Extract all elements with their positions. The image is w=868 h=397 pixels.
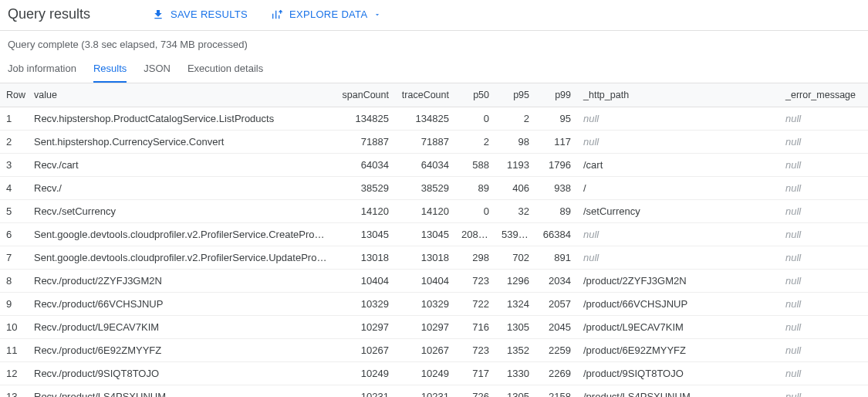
cell-row-number: 13: [0, 385, 28, 398]
table-row[interactable]: 2Sent.hipstershop.CurrencyService.Conver…: [0, 131, 868, 154]
null-value: null: [785, 113, 801, 124]
cell-tracecount: 71887: [395, 131, 455, 154]
save-results-button[interactable]: Save Results: [152, 8, 248, 21]
null-value: null: [785, 182, 801, 194]
table-row[interactable]: 7Sent.google.devtools.cloudprofiler.v2.P…: [0, 246, 868, 270]
null-value: null: [785, 344, 801, 356]
cell-p99: 891: [535, 246, 577, 270]
table-row[interactable]: 10Recv./product/L9ECAV7KIM10297102977161…: [0, 316, 868, 339]
col-p99[interactable]: p99: [535, 83, 577, 107]
cell-tracecount: 13018: [395, 246, 455, 270]
cell-value: Recv./product/9SIQT8TOJO: [28, 362, 333, 385]
cell-p50: 726: [455, 385, 495, 398]
cell-spancount: 10249: [333, 362, 395, 385]
tab-json[interactable]: JSON: [144, 55, 171, 83]
tab-results[interactable]: Results: [93, 55, 127, 83]
cell-value: Recv./setCurrency: [28, 200, 333, 223]
cell-tracecount: 10267: [395, 339, 455, 362]
table-row[interactable]: 4Recv./385293852989406938/null: [0, 177, 868, 200]
cell-p95: 1193: [495, 154, 535, 177]
null-value: null: [785, 159, 801, 171]
cell-http-path: /: [577, 177, 779, 200]
save-results-label: Save Results: [171, 8, 248, 20]
cell-row-number: 10: [0, 316, 28, 339]
col-value[interactable]: value: [28, 83, 333, 107]
cell-p50: 588: [455, 154, 495, 177]
tab-execution-details[interactable]: Execution details: [187, 55, 263, 83]
col-error-message[interactable]: _error_message: [779, 83, 868, 107]
null-value: null: [785, 229, 801, 240]
cell-value: Recv./cart: [28, 154, 333, 177]
cell-http-path: /product/66VCHSJNUP: [577, 293, 779, 316]
cell-tracecount: 10329: [395, 293, 455, 316]
bar-chart-icon: [271, 8, 283, 21]
cell-error-message: null: [779, 362, 868, 385]
cell-p95: 53925: [495, 223, 535, 246]
col-p95[interactable]: p95: [495, 83, 535, 107]
cell-error-message: null: [779, 177, 868, 200]
table-row[interactable]: 5Recv./setCurrency141201412003289/setCur…: [0, 200, 868, 223]
cell-row-number: 4: [0, 177, 28, 200]
cell-tracecount: 134825: [395, 107, 455, 131]
cell-http-path: /product/2ZYFJ3GM2N: [577, 270, 779, 293]
col-tracecount[interactable]: traceCount: [395, 83, 455, 107]
cell-row-number: 1: [0, 107, 28, 131]
null-value: null: [785, 321, 801, 333]
cell-tracecount: 10404: [395, 270, 455, 293]
tab-job-information[interactable]: Job information: [8, 55, 76, 83]
col-spancount[interactable]: spanCount: [333, 83, 395, 107]
cell-spancount: 10329: [333, 293, 395, 316]
null-value: null: [583, 113, 599, 124]
table-header-row: Row value spanCount traceCount p50 p95 p…: [0, 83, 868, 107]
cell-http-path: /product/L9ECAV7KIM: [577, 316, 779, 339]
cell-row-number: 11: [0, 339, 28, 362]
cell-value: Recv./: [28, 177, 333, 200]
cell-http-path: null: [577, 107, 779, 131]
col-p50[interactable]: p50: [455, 83, 495, 107]
cell-error-message: null: [779, 200, 868, 223]
table-row[interactable]: 13Recv./product/LS4PSXUNUM10231102317261…: [0, 385, 868, 398]
cell-error-message: null: [779, 107, 868, 131]
cell-p95: 98: [495, 131, 535, 154]
cell-p99: 2158: [535, 385, 577, 398]
cell-p50: 723: [455, 339, 495, 362]
table-row[interactable]: 12Recv./product/9SIQT8TOJO10249102497171…: [0, 362, 868, 385]
cell-spancount: 14120: [333, 200, 395, 223]
table-row[interactable]: 9Recv./product/66VCHSJNUP103291032972213…: [0, 293, 868, 316]
table-row[interactable]: 8Recv./product/2ZYFJ3GM2N104041040472312…: [0, 270, 868, 293]
cell-error-message: null: [779, 293, 868, 316]
table-row[interactable]: 1Recv.hipstershop.ProductCatalogService.…: [0, 107, 868, 131]
cell-p99: 89: [535, 200, 577, 223]
null-value: null: [785, 391, 801, 397]
col-row[interactable]: Row: [0, 83, 28, 107]
null-value: null: [785, 205, 801, 217]
cell-row-number: 3: [0, 154, 28, 177]
cell-value: Recv./product/LS4PSXUNUM: [28, 385, 333, 398]
null-value: null: [583, 229, 599, 240]
cell-value: Sent.google.devtools.cloudprofiler.v2.Pr…: [28, 223, 333, 246]
table-row[interactable]: 3Recv./cart640346403458811931796/cartnul…: [0, 154, 868, 177]
cell-p95: 1324: [495, 293, 535, 316]
cell-tracecount: 13045: [395, 223, 455, 246]
cell-row-number: 6: [0, 223, 28, 246]
null-value: null: [785, 252, 801, 263]
null-value: null: [583, 252, 599, 263]
chevron-down-icon: [373, 11, 381, 19]
cell-spancount: 71887: [333, 131, 395, 154]
cell-row-number: 2: [0, 131, 28, 154]
table-row[interactable]: 11Recv./product/6E92ZMYYFZ10267102677231…: [0, 339, 868, 362]
cell-error-message: null: [779, 154, 868, 177]
col-http-path[interactable]: _http_path: [577, 83, 779, 107]
explore-data-button[interactable]: Explore Data: [271, 8, 387, 21]
cell-row-number: 7: [0, 246, 28, 270]
cell-p99: 2045: [535, 316, 577, 339]
results-header: Query results Save Results Explore Data: [0, 0, 868, 31]
null-value: null: [785, 368, 801, 379]
cell-value: Sent.google.devtools.cloudprofiler.v2.Pr…: [28, 246, 333, 270]
explore-data-label: Explore Data: [289, 8, 367, 20]
null-value: null: [583, 136, 599, 148]
download-icon: [152, 8, 164, 21]
cell-spancount: 13045: [333, 223, 395, 246]
table-row[interactable]: 6Sent.google.devtools.cloudprofiler.v2.P…: [0, 223, 868, 246]
cell-tracecount: 10249: [395, 362, 455, 385]
